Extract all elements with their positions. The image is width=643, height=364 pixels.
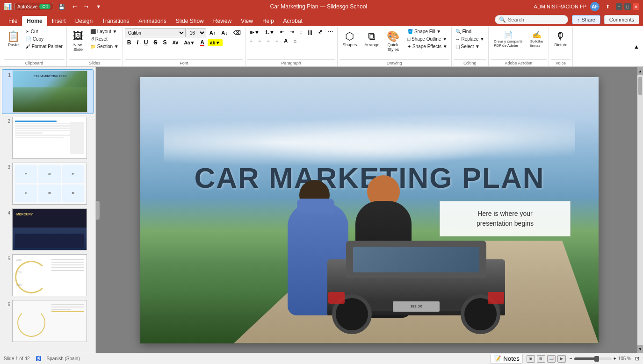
- clear-format-button[interactable]: ⌫: [231, 29, 243, 37]
- arrange-button[interactable]: ⧉ Arrange: [361, 28, 383, 50]
- reading-view-button[interactable]: 📖: [547, 355, 556, 363]
- font-size-decrease-button[interactable]: A↓: [219, 29, 230, 36]
- smart-art-button[interactable]: ⋯: [325, 28, 335, 36]
- zoom-slider[interactable]: [574, 357, 612, 360]
- format-painter-button[interactable]: 🖌 Format Painter: [24, 43, 65, 50]
- tab-view[interactable]: View: [236, 16, 258, 26]
- slide-thumbnail-3[interactable]: 3 01 02 03 04 05 06: [2, 162, 94, 206]
- slide-num-1: 1: [3, 71, 11, 78]
- scroll-up-button[interactable]: ▲: [637, 67, 643, 75]
- undo-button[interactable]: ↩: [70, 3, 79, 11]
- zoom-thumb[interactable]: [594, 356, 599, 362]
- zoom-out-button[interactable]: −: [570, 356, 572, 361]
- dictate-button[interactable]: 🎙 Dictate: [551, 28, 571, 50]
- autosave-toggle[interactable]: Off: [39, 4, 51, 9]
- quick-styles-button[interactable]: 🎨 QuickStyles: [383, 28, 403, 54]
- minimize-button[interactable]: −: [616, 3, 622, 10]
- highlight-button[interactable]: ab▼: [208, 39, 223, 46]
- scroll-thumb[interactable]: [638, 77, 642, 95]
- comments-button[interactable]: Comments: [604, 15, 639, 24]
- tab-design[interactable]: Design: [71, 16, 97, 26]
- scroll-down-button[interactable]: ▼: [637, 345, 643, 353]
- new-slide-button[interactable]: 🖼 NewSlide: [69, 28, 87, 54]
- replace-button[interactable]: ↔ Replace ▼: [454, 36, 486, 43]
- font-family-select[interactable]: Calibri: [125, 28, 186, 37]
- fit-slide-button[interactable]: ⊡: [635, 356, 639, 362]
- slide-thumbnail-6[interactable]: 6: [2, 299, 94, 343]
- tab-transitions[interactable]: Transitions: [97, 16, 134, 26]
- presentation-view-button[interactable]: ▶: [557, 355, 566, 363]
- ribbon-display-button[interactable]: ⬆: [603, 3, 612, 11]
- strikethrough-button[interactable]: S: [151, 38, 159, 47]
- font-size-select[interactable]: 16: [187, 28, 206, 37]
- italic-button[interactable]: I: [134, 38, 140, 47]
- slide-thumbnail-5[interactable]: 5 2005 2009 2010: [2, 253, 94, 297]
- title-bar-left: 📊 AutoSave Off 💾 ↩ ↪ ▼: [4, 3, 103, 11]
- customize-qat-button[interactable]: ▼: [94, 3, 103, 10]
- tab-slideshow[interactable]: Slide Show: [171, 16, 209, 26]
- justify-button[interactable]: ≡: [273, 37, 281, 44]
- tab-acrobat[interactable]: Acrobat: [279, 16, 307, 26]
- increase-indent-button[interactable]: ⇥: [288, 28, 296, 36]
- font-color-button[interactable]: A: [198, 38, 207, 47]
- line-spacing-button[interactable]: ↕: [297, 29, 305, 36]
- columns-button[interactable]: |||: [305, 29, 314, 36]
- close-button[interactable]: ✕: [633, 3, 639, 10]
- select-button[interactable]: ⬚ Select ▼: [454, 43, 486, 50]
- bullets-button[interactable]: ≡•▼: [247, 29, 262, 36]
- text-direction-button[interactable]: ⤢: [316, 28, 325, 36]
- align-center-button[interactable]: ≡: [256, 37, 263, 44]
- bold-button[interactable]: B: [125, 38, 134, 47]
- char-spacing-button[interactable]: AV: [170, 39, 181, 46]
- decrease-indent-button[interactable]: ⇤: [278, 28, 287, 36]
- panel-collapse-btn[interactable]: [96, 201, 100, 220]
- notes-button[interactable]: 📝 Notes: [490, 354, 523, 364]
- shape-outline-button[interactable]: □ Shape Outline ▼: [405, 36, 449, 43]
- create-pdf-button[interactable]: 📄 Crear y compartirPDF de Adobe: [491, 28, 526, 50]
- user-avatar[interactable]: AF: [590, 2, 600, 11]
- slide-thumbnail-1[interactable]: 1 CAR MARKETING PLAN: [2, 69, 94, 114]
- paste-button[interactable]: 📋 Paste: [4, 28, 23, 50]
- find-button[interactable]: 🔍 Find: [454, 28, 486, 35]
- redo-button[interactable]: ↪: [82, 3, 91, 11]
- shadow-button[interactable]: S: [160, 38, 169, 47]
- tab-review[interactable]: Review: [209, 16, 236, 26]
- shape-effects-button[interactable]: ✦ Shape Effects ▼: [405, 43, 449, 50]
- slide-sorter-button[interactable]: ⊞: [537, 355, 545, 363]
- text-shadow-toggle[interactable]: A: [282, 37, 290, 44]
- request-signatures-button[interactable]: ✍ Solicitarfirmas: [527, 28, 547, 50]
- search-input[interactable]: [508, 17, 564, 22]
- maximize-button[interactable]: □: [624, 3, 631, 10]
- align-right-button[interactable]: ≡: [264, 37, 272, 44]
- font-size-increase-button[interactable]: A↑: [207, 29, 218, 36]
- tab-home[interactable]: Home: [22, 16, 47, 26]
- save-button[interactable]: 💾: [56, 3, 67, 11]
- cut-button[interactable]: ✂ Cut: [24, 28, 65, 35]
- tab-help[interactable]: Help: [258, 16, 279, 26]
- share-button[interactable]: ↑ Share: [572, 15, 600, 24]
- reset-button[interactable]: ↺ Reset: [88, 36, 121, 43]
- collapse-ribbon-button[interactable]: ▲: [634, 43, 639, 50]
- slide-subtitle-box[interactable]: Here is where your presentation begins: [440, 201, 571, 236]
- change-case-button[interactable]: Aa▼: [182, 39, 197, 46]
- convert-smartart-button[interactable]: ⌂: [291, 37, 299, 44]
- zoom-in-button[interactable]: +: [614, 356, 616, 361]
- tab-file[interactable]: File: [4, 16, 22, 26]
- shapes-label: Shapes: [343, 43, 357, 47]
- tab-animations[interactable]: Animations: [134, 16, 171, 26]
- underline-button[interactable]: U: [142, 38, 151, 47]
- numbering-button[interactable]: 1.▼: [263, 29, 277, 36]
- slide-thumbnail-4[interactable]: 4 MERCURY: [2, 207, 94, 251]
- autosave-control[interactable]: AutoSave Off: [14, 3, 53, 10]
- copy-button[interactable]: 📄 Copy: [24, 36, 65, 43]
- section-button[interactable]: 📁 Section ▼: [88, 43, 121, 50]
- layout-button[interactable]: ⬛ Layout ▼: [88, 28, 121, 35]
- tab-insert[interactable]: Insert: [47, 16, 71, 26]
- search-box[interactable]: 🔍: [495, 15, 568, 24]
- slide-thumbnail-2[interactable]: 2: [2, 116, 94, 160]
- align-left-button[interactable]: ≡: [247, 37, 255, 44]
- vertical-scrollbar[interactable]: ▲ ▼: [637, 67, 643, 353]
- shape-fill-button[interactable]: 🪣 Shape Fill ▼: [405, 28, 449, 35]
- normal-view-button[interactable]: ▣: [527, 355, 535, 363]
- shapes-button[interactable]: ⬡ Shapes: [340, 28, 361, 50]
